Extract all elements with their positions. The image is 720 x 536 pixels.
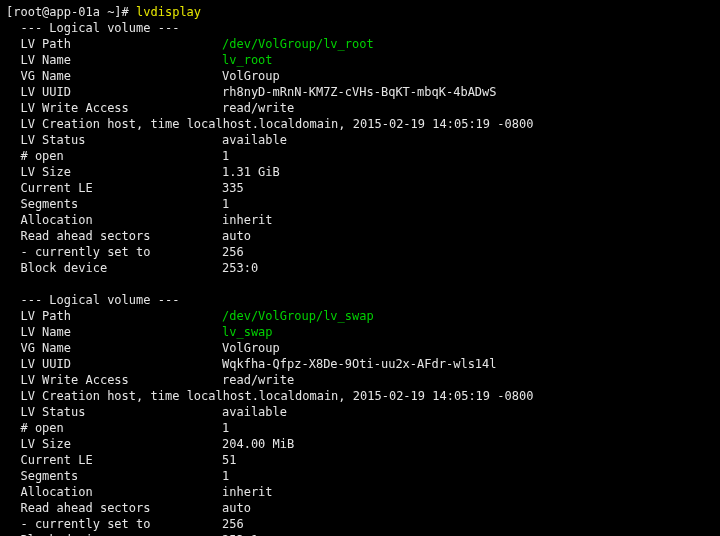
output-row: LV Creation host, time localhost.localdo…	[6, 388, 714, 404]
output-row: Segments1	[6, 196, 714, 212]
output-row: VG NameVolGroup	[6, 340, 714, 356]
output-row: LV Namelv_root	[6, 52, 714, 68]
shell-prompt: [root@app-01a ~]#	[6, 5, 136, 19]
field-value: inherit	[222, 485, 273, 499]
field-label: VG Name	[6, 340, 222, 356]
output-row: LV UUIDrh8nyD-mRnN-KM7Z-cVHs-BqKT-mbqK-4…	[6, 84, 714, 100]
field-value: 1	[222, 469, 229, 483]
field-value: 1	[222, 421, 229, 435]
field-label: LV Name	[6, 52, 222, 68]
output-row: LV Path/dev/VolGroup/lv_root	[6, 36, 714, 52]
field-label: Read ahead sectors	[6, 500, 222, 516]
field-label: LV Creation host, time	[6, 116, 187, 132]
field-label: VG Name	[6, 68, 222, 84]
output-row: Block device253:0	[6, 260, 714, 276]
output-row: LV Write Accessread/write	[6, 100, 714, 116]
output-row: # open1	[6, 148, 714, 164]
field-value: /dev/VolGroup/lv_root	[222, 37, 374, 51]
output-row: LV Creation host, time localhost.localdo…	[6, 116, 714, 132]
field-label: LV Name	[6, 324, 222, 340]
field-label: LV Write Access	[6, 372, 222, 388]
field-label: Block device	[6, 260, 222, 276]
field-label: LV Size	[6, 164, 222, 180]
command-output: --- Logical volume --- LV Path/dev/VolGr…	[6, 20, 714, 536]
field-value: inherit	[222, 213, 273, 227]
field-label: Segments	[6, 468, 222, 484]
command: lvdisplay	[136, 5, 201, 19]
output-row: Allocationinherit	[6, 212, 714, 228]
output-row: LV Statusavailable	[6, 132, 714, 148]
field-value: 204.00 MiB	[222, 437, 294, 451]
field-label: Allocation	[6, 484, 222, 500]
output-row: LV UUIDWqkfha-Qfpz-X8De-9Oti-uu2x-AFdr-w…	[6, 356, 714, 372]
output-row: LV Path/dev/VolGroup/lv_swap	[6, 308, 714, 324]
field-label: - currently set to	[6, 516, 222, 532]
field-value: auto	[222, 229, 251, 243]
field-label: LV Status	[6, 404, 222, 420]
field-label: Allocation	[6, 212, 222, 228]
blank-line	[6, 276, 714, 292]
field-label: LV Path	[6, 36, 222, 52]
field-value: 1	[222, 197, 229, 211]
field-value: VolGroup	[222, 341, 280, 355]
field-value: 51	[222, 453, 236, 467]
output-row: Read ahead sectorsauto	[6, 228, 714, 244]
field-label: LV Path	[6, 308, 222, 324]
field-value: 335	[222, 181, 244, 195]
field-label: LV Creation host, time	[6, 388, 187, 404]
field-value: read/write	[222, 101, 294, 115]
terminal-output[interactable]: [root@app-01a ~]# lvdisplay --- Logical …	[0, 0, 720, 536]
field-label: LV Size	[6, 436, 222, 452]
field-value: available	[222, 133, 287, 147]
output-row: LV Statusavailable	[6, 404, 714, 420]
field-label: LV UUID	[6, 84, 222, 100]
field-value: lv_swap	[222, 325, 273, 339]
field-value: VolGroup	[222, 69, 280, 83]
field-value: Wqkfha-Qfpz-X8De-9Oti-uu2x-AFdr-wls14l	[222, 357, 497, 371]
field-label: - currently set to	[6, 244, 222, 260]
field-value: auto	[222, 501, 251, 515]
field-value: lv_root	[222, 53, 273, 67]
field-label: Current LE	[6, 452, 222, 468]
output-row: Block device253:1	[6, 532, 714, 536]
field-label: LV UUID	[6, 356, 222, 372]
output-row: Read ahead sectorsauto	[6, 500, 714, 516]
field-label: # open	[6, 148, 222, 164]
output-row: - currently set to256	[6, 516, 714, 532]
field-value: localhost.localdomain, 2015-02-19 14:05:…	[187, 117, 534, 131]
field-value: localhost.localdomain, 2015-02-19 14:05:…	[187, 389, 534, 403]
output-row: LV Size204.00 MiB	[6, 436, 714, 452]
field-label: # open	[6, 420, 222, 436]
output-row: # open1	[6, 420, 714, 436]
output-row: Allocationinherit	[6, 484, 714, 500]
output-row: VG NameVolGroup	[6, 68, 714, 84]
field-label: Current LE	[6, 180, 222, 196]
output-row: Current LE51	[6, 452, 714, 468]
field-label: LV Status	[6, 132, 222, 148]
field-label: Read ahead sectors	[6, 228, 222, 244]
field-value: available	[222, 405, 287, 419]
output-row: Segments1	[6, 468, 714, 484]
field-value: 256	[222, 517, 244, 531]
field-value: rh8nyD-mRnN-KM7Z-cVHs-BqKT-mbqK-4bADwS	[222, 85, 497, 99]
prompt-line: [root@app-01a ~]# lvdisplay	[6, 4, 714, 20]
field-label: Segments	[6, 196, 222, 212]
field-value: /dev/VolGroup/lv_swap	[222, 309, 374, 323]
field-label: LV Write Access	[6, 100, 222, 116]
output-row: LV Write Accessread/write	[6, 372, 714, 388]
section-header: --- Logical volume ---	[6, 292, 714, 308]
field-value: 253:0	[222, 261, 258, 275]
output-row: - currently set to256	[6, 244, 714, 260]
field-value: 1	[222, 149, 229, 163]
field-value: 1.31 GiB	[222, 165, 280, 179]
field-value: 256	[222, 245, 244, 259]
output-row: LV Size1.31 GiB	[6, 164, 714, 180]
field-label: Block device	[6, 532, 222, 536]
field-value: read/write	[222, 373, 294, 387]
output-row: LV Namelv_swap	[6, 324, 714, 340]
output-row: Current LE335	[6, 180, 714, 196]
section-header: --- Logical volume ---	[6, 20, 714, 36]
